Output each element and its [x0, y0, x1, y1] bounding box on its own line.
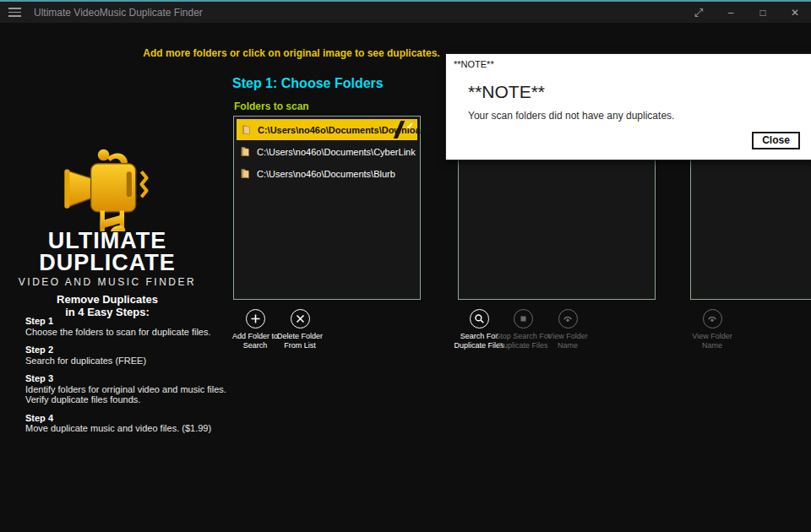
note-dialog: **NOTE** **NOTE** Your scan folders did … [445, 53, 811, 160]
step-2: Step 2 Search for duplicates (FREE) [25, 345, 228, 366]
window-controls: ⤢ – □ ✕ [683, 2, 811, 23]
view-folder-name-button-center[interactable]: View Folder Name [544, 309, 591, 350]
checkmark-icon: ✓ [406, 121, 414, 132]
tagline: Remove Duplicates in 4 Easy Steps: [14, 293, 200, 318]
folder-icon [241, 123, 253, 136]
page-title: Step 1: Choose Folders [232, 76, 384, 91]
fullscreen-icon[interactable]: ⤢ [683, 2, 715, 23]
step-1: Step 1 Choose the folders to scan for du… [25, 316, 228, 337]
app-logo [61, 145, 155, 231]
brand-line-1: ULTIMATE [14, 230, 200, 252]
dialog-titlebar-text: **NOTE** [454, 59, 494, 69]
folder-path: C:\Users\no46o\Documents\CyberLink [257, 147, 416, 157]
window-title: Ultimate VideoMusic Duplicate Finder [34, 7, 683, 19]
folder-item-selected[interactable]: C:\Users\no46o\Documents\Downloads ✓ [237, 119, 417, 140]
dialog-message: Your scan folders did not have any dupli… [468, 110, 674, 122]
folder-icon [240, 167, 252, 180]
stop-icon [514, 309, 533, 328]
x-icon [291, 309, 310, 328]
view-icon [558, 309, 578, 328]
view-icon [703, 309, 722, 328]
brand-line-2: DUPLICATE [14, 252, 200, 274]
folder-path: C:\Users\no46o\Documents\Downloads [258, 125, 431, 135]
close-icon[interactable]: ✕ [779, 2, 811, 23]
dialog-heading: **NOTE** [468, 82, 545, 102]
brand-line-3: VIDEO AND MUSIC FINDER [14, 276, 200, 288]
folders-to-scan-label: Folders to scan [234, 100, 309, 112]
view-folder-name-button-right[interactable]: View Folder Name [689, 309, 736, 350]
delete-folder-button[interactable]: Delete Folder From List [272, 309, 328, 350]
step-4: Step 4 Move duplicate music and video fi… [25, 413, 228, 434]
folder-item[interactable]: C:\Users\no46o\Documents\CyberLink [237, 141, 417, 162]
maximize-icon[interactable]: □ [747, 2, 779, 23]
dialog-close-button[interactable]: Close [752, 132, 800, 149]
search-icon [470, 309, 489, 328]
folder-icon [240, 145, 252, 158]
instruction-text: Add more folders or click on original im… [135, 47, 448, 59]
brand-wordmark: ULTIMATE DUPLICATE VIDEO AND MUSIC FINDE… [14, 230, 200, 288]
steps-list: Step 1 Choose the folders to scan for du… [25, 316, 228, 442]
folders-listbox[interactable]: C:\Users\no46o\Documents\Downloads ✓ C:\… [233, 116, 421, 300]
step-3: Step 3 Identify folders for orriginal vi… [25, 373, 228, 405]
folder-item[interactable]: C:\Users\no46o\Documents\Blurb [237, 163, 417, 184]
hamburger-menu-icon[interactable] [0, 2, 29, 23]
titlebar: Ultimate VideoMusic Duplicate Finder ⤢ –… [0, 0, 811, 23]
minimize-icon[interactable]: – [715, 2, 747, 23]
plus-icon [246, 309, 265, 328]
app-window: Ultimate VideoMusic Duplicate Finder ⤢ –… [0, 0, 811, 532]
camera-music-logo-icon [61, 145, 155, 231]
folder-path: C:\Users\no46o\Documents\Blurb [257, 169, 395, 179]
